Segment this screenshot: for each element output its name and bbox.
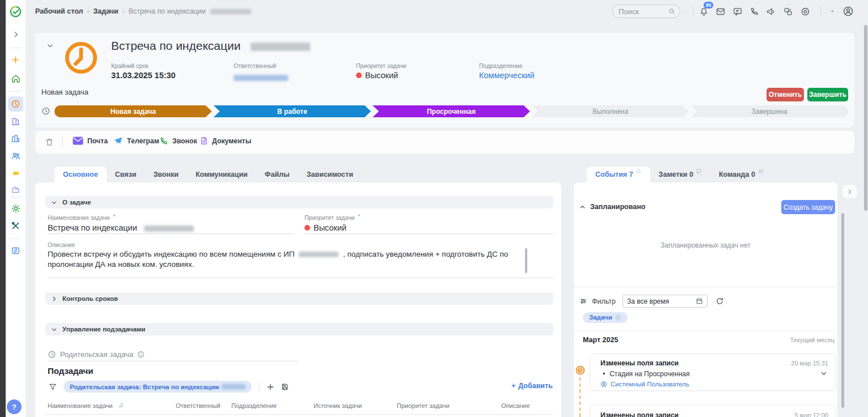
app-logo[interactable] bbox=[6, 5, 26, 18]
people-icon bbox=[11, 151, 21, 161]
plus-glyph: + bbox=[511, 382, 515, 390]
parent-task-filter-chip[interactable]: Родительская задача: Встреча по индексац… bbox=[63, 381, 252, 393]
tools-icon bbox=[11, 221, 20, 231]
tab-relations[interactable]: Связи bbox=[107, 167, 145, 182]
sidebar-item-settings[interactable] bbox=[6, 203, 26, 214]
mail-button[interactable] bbox=[715, 7, 726, 16]
announcements-button[interactable] bbox=[766, 7, 776, 16]
save-filter-icon[interactable] bbox=[281, 382, 289, 391]
panel-scrollbar[interactable] bbox=[841, 213, 844, 408]
collapse-header-button[interactable] bbox=[46, 42, 54, 49]
planned-empty-text: Запланированных задач нет bbox=[574, 241, 837, 249]
priority-select[interactable]: Высокий bbox=[304, 223, 360, 232]
planned-title: Запланировано bbox=[590, 203, 645, 211]
sidebar-item-company[interactable] bbox=[6, 117, 26, 126]
chip-close-icon[interactable] bbox=[615, 314, 621, 321]
event-user-link[interactable]: Системный Пользователь bbox=[600, 381, 689, 388]
stage-overdue[interactable]: Просроченная bbox=[372, 105, 530, 117]
sidebar-item-files[interactable] bbox=[6, 185, 26, 194]
tab-main[interactable]: Основное bbox=[54, 167, 107, 182]
sidebar-item-tools[interactable] bbox=[6, 221, 26, 231]
target-button[interactable] bbox=[801, 7, 810, 16]
apps-button[interactable] bbox=[783, 7, 793, 16]
documents-action[interactable]: Документы bbox=[200, 136, 251, 146]
sidebar-divider bbox=[10, 48, 21, 48]
funnel-icon[interactable] bbox=[49, 383, 57, 391]
pin-icon[interactable] bbox=[117, 402, 124, 409]
required-mark: * bbox=[358, 213, 360, 220]
tab-team-label: Команда 0 bbox=[719, 171, 755, 178]
add-filter-icon[interactable] bbox=[266, 382, 275, 392]
search-input[interactable] bbox=[617, 7, 668, 16]
finish-button[interactable]: Завершить bbox=[807, 88, 848, 101]
period-filter-input[interactable]: За все время bbox=[623, 295, 708, 308]
panel-collapse-button[interactable] bbox=[842, 185, 857, 198]
sidebar-item-contacts[interactable] bbox=[6, 151, 26, 161]
sidebar-item-notifications[interactable] bbox=[6, 168, 26, 178]
stage-in-progress[interactable]: В работе bbox=[214, 105, 371, 117]
chat-button[interactable] bbox=[732, 7, 743, 16]
sidebar-item-create[interactable] bbox=[6, 55, 26, 65]
sidebar-expand-button[interactable] bbox=[6, 31, 26, 39]
add-subtask-label: Добавить bbox=[518, 382, 553, 390]
planned-section-header[interactable]: Запланировано bbox=[579, 203, 645, 211]
tab-team[interactable]: Команда 0 bbox=[710, 167, 773, 182]
refresh-icon[interactable] bbox=[715, 297, 724, 305]
entity-filter-chip[interactable]: Задачи bbox=[583, 312, 628, 323]
task-header-card: Встреча по индексации Крайний срок 31.03… bbox=[35, 33, 854, 127]
timeline-clock-icon bbox=[575, 365, 586, 376]
mail-action[interactable]: Почта bbox=[73, 137, 108, 145]
tab-notes[interactable]: Заметки 0 bbox=[650, 167, 710, 182]
event-detail: Стадия на Просроченная bbox=[609, 370, 689, 378]
calls-button[interactable] bbox=[750, 7, 759, 16]
division-value-link[interactable]: Коммерческий bbox=[479, 71, 535, 80]
tab-files[interactable]: Файлы bbox=[256, 167, 298, 182]
tab-communications[interactable]: Коммуникации bbox=[187, 167, 256, 182]
sidebar-item-organizations[interactable] bbox=[6, 134, 26, 143]
profile-button[interactable] bbox=[842, 6, 854, 17]
tab-calls[interactable]: Звонки bbox=[145, 167, 187, 182]
action-divider bbox=[62, 137, 63, 148]
call-icon bbox=[159, 137, 168, 146]
priority-field-form: Приоритет задачи * Высокий bbox=[304, 214, 360, 232]
task-name-input[interactable]: Встреча по индексации bbox=[48, 223, 194, 232]
responsible-value-redacted[interactable] bbox=[234, 75, 288, 81]
description-textarea[interactable]: Провести встречу и обсудить индексацию п… bbox=[48, 249, 527, 270]
sidebar-item-tasks-active[interactable] bbox=[6, 99, 26, 109]
tab-notes-label: Заметки 0 bbox=[659, 171, 693, 178]
stage-completed[interactable]: Завершена bbox=[691, 105, 848, 117]
stage-new[interactable]: Новая задача bbox=[54, 105, 212, 117]
help-mark: ? bbox=[12, 403, 16, 411]
help-button[interactable]: ? bbox=[7, 399, 22, 414]
parent-task-field[interactable]: Родительская задача bbox=[48, 350, 145, 359]
breadcrumb-home[interactable]: Рабочий стол bbox=[35, 7, 83, 15]
delete-button[interactable] bbox=[45, 137, 54, 147]
call-action[interactable]: Звонок bbox=[159, 137, 197, 146]
global-search bbox=[612, 5, 680, 18]
table-header-divider bbox=[45, 414, 553, 415]
events-panel: Запланировано Создать задачу Запланирова… bbox=[574, 182, 837, 417]
responsible-field: Ответственный bbox=[234, 62, 288, 83]
sidebar-item-integrations[interactable] bbox=[6, 246, 26, 256]
col-task-name: Наименование задачи bbox=[48, 402, 113, 409]
col-source: Источник задачи bbox=[314, 402, 362, 409]
add-subtask-link[interactable]: + Добавить bbox=[511, 382, 553, 390]
sliders-icon[interactable] bbox=[579, 297, 587, 305]
stage-done[interactable]: Выполнена bbox=[532, 105, 689, 117]
deadlines-section-header[interactable]: Контроль сроков bbox=[45, 292, 553, 305]
description-scrollbar[interactable] bbox=[525, 248, 527, 273]
tab-dependencies[interactable]: Зависимости bbox=[298, 167, 362, 182]
sidebar-item-home[interactable] bbox=[6, 74, 26, 84]
breadcrumb-tasks[interactable]: Задачи bbox=[93, 7, 118, 15]
telegram-action[interactable]: Телеграм bbox=[113, 136, 159, 146]
subtask-management-section-header[interactable]: Управление подзадачами bbox=[45, 323, 553, 335]
caret-down-icon bbox=[829, 9, 835, 14]
about-section-header[interactable]: О задаче bbox=[45, 196, 553, 208]
cancel-button[interactable]: Отменить bbox=[767, 88, 804, 101]
create-task-button[interactable]: Создать задачу bbox=[781, 200, 835, 214]
more-dropdown-caret[interactable] bbox=[829, 9, 835, 14]
tab-events[interactable]: События 7 bbox=[587, 167, 650, 182]
big-clock-icon bbox=[63, 40, 99, 75]
page-scrollbar[interactable] bbox=[864, 25, 867, 211]
event-expand-button[interactable] bbox=[820, 370, 827, 377]
